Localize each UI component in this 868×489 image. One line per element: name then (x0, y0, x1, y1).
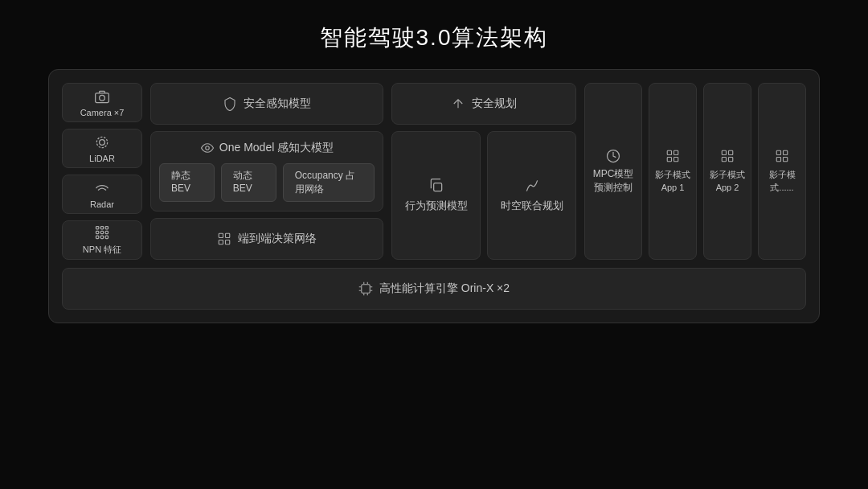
svg-rect-9 (105, 231, 108, 233)
copy-icon (428, 178, 444, 194)
behavior-model-label: 行为预测模型 (405, 199, 468, 213)
svg-rect-8 (100, 231, 103, 233)
svg-point-13 (206, 146, 210, 150)
page-title: 智能驾驶3.0算法架构 (320, 23, 549, 53)
mpc-shadow-section: MPC模型预测控制 影子模式App 1 (584, 83, 806, 260)
radar-icon (94, 180, 110, 196)
svg-rect-16 (219, 240, 223, 244)
svg-rect-23 (674, 157, 678, 161)
mpc-icon (605, 148, 621, 164)
top-section: Camera ×7 LiDAR Radar (62, 83, 806, 260)
svg-rect-28 (776, 150, 780, 154)
sub-item-dynamic-bev: 动态 BEV (221, 163, 276, 202)
svg-point-2 (100, 139, 105, 145)
safety-perception-box: 安全感知模型 (150, 83, 383, 125)
shadow-app-3: 影子模式...... (758, 83, 806, 260)
grid-icon-1 (665, 149, 680, 163)
safety-planning-box: 安全规划 (391, 83, 576, 125)
svg-rect-29 (784, 150, 788, 154)
spatiotemporal-box: 时空联合规划 (487, 131, 576, 260)
shadow-app-2-label: 影子模式App 2 (709, 168, 746, 195)
sub-item-occupancy: Occupancy 占用网络 (283, 163, 375, 202)
sensors-column: Camera ×7 LiDAR Radar (62, 83, 142, 260)
svg-rect-12 (105, 236, 108, 238)
svg-rect-0 (96, 92, 109, 102)
sub-item-static-bev: 静态 BEV (159, 163, 215, 202)
shadow-app-2: 影子模式App 2 (703, 83, 751, 260)
spatiotemporal-label: 时空联合规划 (501, 199, 563, 213)
sensor-radar: Radar (62, 175, 142, 214)
camera-label: Camera ×7 (80, 108, 125, 117)
svg-rect-7 (96, 231, 99, 233)
one-model-title: One Model 感知大模型 (200, 141, 334, 155)
shadow-app-1-label: 影子模式App 1 (654, 168, 691, 195)
svg-rect-5 (100, 227, 103, 229)
svg-rect-17 (226, 240, 230, 244)
svg-rect-26 (722, 157, 726, 161)
svg-rect-25 (729, 150, 733, 154)
grid-icon-2 (720, 149, 735, 163)
shadow-app-3-label: 影子模式...... (764, 168, 800, 195)
svg-rect-15 (226, 233, 230, 237)
svg-rect-4 (96, 227, 99, 229)
sensor-npn: NPN 特征 (62, 220, 142, 260)
svg-rect-27 (729, 157, 733, 161)
frame-icon (217, 232, 231, 246)
sensor-lidar: LiDAR (62, 129, 142, 168)
one-model-box: One Model 感知大模型 静态 BEV 动态 BEV Occupancy … (150, 131, 383, 212)
lidar-icon (94, 134, 110, 150)
svg-rect-10 (96, 236, 99, 238)
planning-sub: 行为预测模型 时空联合规划 (391, 131, 576, 260)
shield-perception-icon (223, 97, 237, 111)
svg-rect-31 (784, 157, 788, 161)
one-model-label: One Model 感知大模型 (219, 141, 334, 155)
route-icon (524, 178, 540, 194)
svg-rect-22 (667, 157, 671, 161)
mpc-label: MPC模型预测控制 (590, 167, 637, 195)
npn-label: NPN 特征 (83, 244, 121, 256)
lidar-label: LiDAR (89, 154, 115, 163)
safety-perception-label: 安全感知模型 (244, 97, 311, 111)
end-to-end-label: 端到端决策网络 (238, 232, 317, 246)
radar-label: Radar (90, 199, 114, 209)
svg-rect-6 (105, 227, 108, 229)
chip-icon (358, 281, 373, 296)
eye-icon (200, 141, 215, 155)
main-container: Camera ×7 LiDAR Radar (48, 69, 820, 323)
camera-icon (94, 88, 110, 105)
svg-point-3 (96, 137, 107, 147)
shadow-app-1: 影子模式App 1 (649, 83, 697, 260)
compute-label: 高性能计算引擎 Orin-X ×2 (379, 281, 510, 296)
behavior-model-box: 行为预测模型 (391, 131, 481, 260)
svg-rect-20 (667, 150, 671, 154)
safety-planning-label: 安全规划 (472, 97, 517, 111)
svg-point-1 (100, 95, 105, 101)
end-to-end-box: 端到端决策网络 (150, 218, 383, 260)
svg-rect-32 (362, 285, 371, 294)
svg-rect-11 (100, 236, 103, 238)
svg-rect-18 (433, 183, 441, 191)
one-model-sub-items: 静态 BEV 动态 BEV Occupancy 占用网络 (159, 163, 375, 202)
planning-column: 安全规划 行为预测模型 时空联合规划 (391, 83, 576, 260)
npn-icon (94, 224, 110, 240)
svg-rect-24 (722, 150, 726, 154)
svg-rect-14 (219, 233, 223, 237)
perception-column: 安全感知模型 One Model 感知大模型 静态 BEV 动态 BEV Occ… (150, 83, 383, 260)
arrow-up-icon (451, 97, 465, 111)
sensor-camera: Camera ×7 (62, 83, 142, 122)
svg-rect-30 (776, 157, 780, 161)
compute-bar: 高性能计算引擎 Orin-X ×2 (62, 268, 806, 310)
grid-icon-3 (775, 149, 789, 163)
mpc-box: MPC模型预测控制 (584, 83, 642, 260)
svg-rect-21 (674, 150, 678, 154)
